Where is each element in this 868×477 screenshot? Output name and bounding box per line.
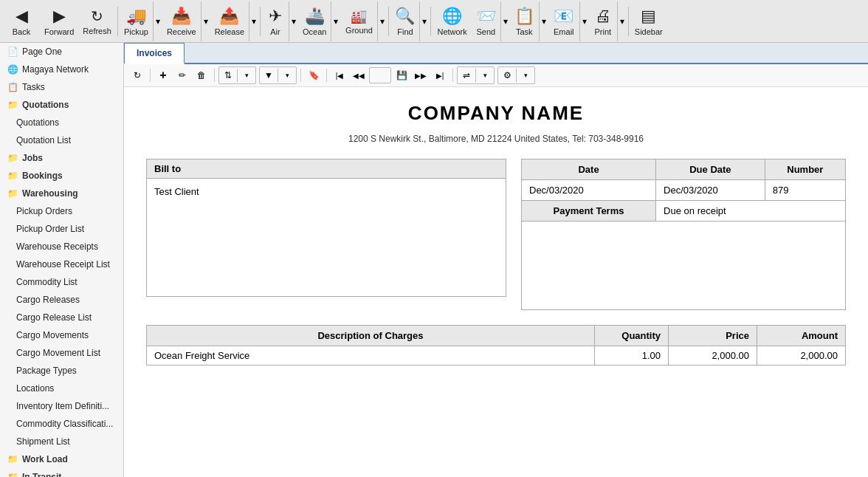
doc-last-button[interactable]: ▶| <box>431 67 449 83</box>
ground-group: 🏭 Ground ▾ <box>340 1 387 41</box>
air-arrow[interactable]: ▾ <box>289 1 298 41</box>
sidebar-item-warehousing[interactable]: 📁 Warehousing <box>0 185 123 202</box>
sidebar-item-cargo-movements[interactable]: Cargo Movements <box>0 326 123 344</box>
sidebar-item-quotation-list[interactable]: Quotation List <box>0 131 123 149</box>
doc-settings-button[interactable]: ⚙ <box>498 67 516 83</box>
magaya-network-icon: 🌐 <box>7 64 18 75</box>
sep4 <box>430 7 431 36</box>
doc-bookmark-button[interactable]: 🔖 <box>305 67 323 83</box>
sidebar-item-page-one[interactable]: 📄 Page One <box>0 43 123 61</box>
sidebar: 📄 Page One 🌐 Magaya Network 📋 Tasks 📁 Qu… <box>0 43 124 477</box>
charges-desc-0: Ocean Freight Service <box>147 346 595 366</box>
sidebar-item-package-types[interactable]: Package Types <box>0 362 123 380</box>
release-group: 📤 Release ▾ <box>210 1 258 41</box>
doc-next-button[interactable]: ▶▶ <box>412 67 430 83</box>
doc-sort-arrow[interactable]: ▾ <box>238 67 255 83</box>
print-group: 🖨 Print ▾ <box>589 1 627 41</box>
doc-link-button[interactable]: ⇌ <box>458 67 475 83</box>
bill-to-value: Test Client <box>154 186 199 197</box>
pickup-arrow[interactable]: ▾ <box>153 1 162 41</box>
doc-settings-arrow[interactable]: ▾ <box>517 67 534 83</box>
sep3 <box>388 7 389 36</box>
find-group: 🔍 Find ▾ <box>390 1 429 41</box>
sidebar-item-quotations-sub[interactable]: Quotations <box>0 114 123 131</box>
sidebar-item-in-transit[interactable]: 📁 In Transit <box>0 468 123 477</box>
doc-sort-button[interactable]: ⇅ <box>219 67 237 83</box>
sidebar-item-tasks[interactable]: 📋 Tasks <box>0 78 123 96</box>
doc-save-button[interactable]: 💾 <box>393 67 410 83</box>
doc-prev-button[interactable]: ◀◀ <box>350 67 368 83</box>
send-arrow[interactable]: ▾ <box>500 1 510 41</box>
tab-bar: Invoices <box>124 43 868 64</box>
receive-arrow[interactable]: ▾ <box>201 1 210 41</box>
ocean-arrow[interactable]: ▾ <box>331 1 340 41</box>
doc-filter-arrow[interactable]: ▾ <box>278 67 296 83</box>
doc-filter-button[interactable]: ▼ <box>260 67 278 83</box>
sidebar-button[interactable]: ▤ Sidebar <box>630 1 667 41</box>
sidebar-item-locations[interactable]: Locations <box>0 380 123 397</box>
doc-content: COMPANY NAME 1200 S Newkirk St., Baltimo… <box>124 87 868 477</box>
bookings-icon: 📁 <box>7 171 18 181</box>
sidebar-item-warehouse-receipts[interactable]: Warehouse Receipts <box>0 238 123 255</box>
charges-desc-header: Description of Charges <box>147 326 595 346</box>
sidebar-item-commodity-list[interactable]: Commodity List <box>0 273 123 291</box>
doc-refresh-button[interactable]: ↻ <box>128 67 146 83</box>
number-header: Number <box>765 159 845 180</box>
sidebar-item-quotations[interactable]: 📁 Quotations <box>0 96 123 114</box>
receive-button[interactable]: 📥 Receive <box>162 1 201 41</box>
ground-arrow[interactable]: ▾ <box>377 1 387 41</box>
tab-invoices[interactable]: Invoices <box>124 43 185 64</box>
air-button[interactable]: ✈ Air <box>262 1 289 41</box>
sidebar-item-magaya-network[interactable]: 🌐 Magaya Network <box>0 61 123 78</box>
ground-button[interactable]: 🏭 Ground <box>340 1 377 41</box>
email-group: 📧 Email ▾ <box>548 1 589 41</box>
doc-page-input[interactable] <box>369 67 391 83</box>
refresh-button[interactable]: ↻ Refresh <box>78 1 116 41</box>
sidebar-item-commodity-class[interactable]: Commodity Classificati... <box>0 415 123 433</box>
sidebar-item-warehouse-receipt-list[interactable]: Warehouse Receipt List <box>0 255 123 273</box>
tasks-icon: 📋 <box>7 82 18 92</box>
ocean-button[interactable]: 🚢 Ocean <box>298 1 331 41</box>
print-button[interactable]: 🖨 Print <box>589 1 617 41</box>
send-button[interactable]: 📨 Send <box>472 1 500 41</box>
sidebar-item-bookings[interactable]: 📁 Bookings <box>0 167 123 185</box>
doc-link-arrow[interactable]: ▾ <box>476 67 494 83</box>
sidebar-icon: ▤ <box>641 7 656 26</box>
sidebar-item-jobs[interactable]: 📁 Jobs <box>0 149 123 167</box>
sidebar-item-inventory-item-def[interactable]: Inventory Item Definiti... <box>0 397 123 415</box>
task-arrow[interactable]: ▾ <box>539 1 548 41</box>
air-group: ✈ Air ▾ <box>262 1 298 41</box>
doc-edit-button[interactable]: ✏ <box>173 67 191 83</box>
forward-icon: ▶ <box>53 7 66 26</box>
jobs-icon: 📁 <box>7 153 18 163</box>
forward-button[interactable]: ▶ Forward <box>40 1 78 41</box>
sidebar-item-pickup-orders[interactable]: Pickup Orders <box>0 202 123 220</box>
find-arrow[interactable]: ▾ <box>419 1 429 41</box>
email-button[interactable]: 📧 Email <box>548 1 579 41</box>
sidebar-item-cargo-movement-list[interactable]: Cargo Movement List <box>0 344 123 362</box>
email-arrow[interactable]: ▾ <box>579 1 589 41</box>
charges-amount-0: 2,000.00 <box>757 346 846 366</box>
find-icon: 🔍 <box>395 7 415 26</box>
print-arrow[interactable]: ▾ <box>617 1 627 41</box>
sidebar-item-cargo-releases[interactable]: Cargo Releases <box>0 291 123 309</box>
task-button[interactable]: 📋 Task <box>510 1 539 41</box>
back-icon: ◀ <box>16 7 28 26</box>
sidebar-item-pickup-order-list[interactable]: Pickup Order List <box>0 220 123 238</box>
sidebar-item-work-load[interactable]: 📁 Work Load <box>0 450 123 468</box>
doc-add-button[interactable]: + <box>154 67 172 83</box>
bill-to-section: Bill to Test Client <box>146 159 506 310</box>
release-button[interactable]: 📤 Release <box>210 1 249 41</box>
network-button[interactable]: 🌐 Network <box>433 1 471 41</box>
payment-terms-label: Payment Terms <box>522 201 656 222</box>
doc-first-button[interactable]: |◀ <box>331 67 348 83</box>
sidebar-item-shipment-list[interactable]: Shipment List <box>0 433 123 450</box>
release-arrow[interactable]: ▾ <box>249 1 258 41</box>
find-button[interactable]: 🔍 Find <box>390 1 419 41</box>
refresh-icon: ↻ <box>91 7 103 25</box>
back-button[interactable]: ◀ Back <box>3 1 40 41</box>
doc-delete-button[interactable]: 🗑 <box>193 67 210 83</box>
pickup-button[interactable]: 🚚 Pickup <box>120 1 153 41</box>
doc-sep1 <box>150 69 151 82</box>
sidebar-item-cargo-release-list[interactable]: Cargo Release List <box>0 309 123 326</box>
